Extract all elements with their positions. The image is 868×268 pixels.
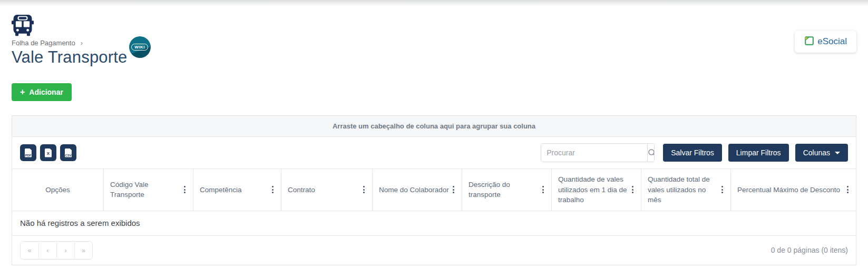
column-header-descricao-do-transporte[interactable]: Descrição do transporte xyxy=(462,169,551,211)
column-header-competencia[interactable]: Competência xyxy=(193,169,281,211)
esocial-icon xyxy=(804,35,815,48)
next-page-button[interactable]: › xyxy=(56,242,74,259)
column-header-nome-do-colaborador[interactable]: Nome do Colaborador xyxy=(372,169,462,211)
add-button-label: Adicionar xyxy=(29,88,63,96)
pdf-file-icon: PDF xyxy=(25,148,32,157)
page-header: Folha de Pagamento › Vale Transporte WIK… xyxy=(0,0,868,67)
column-header-contrato[interactable]: Contrato xyxy=(281,169,372,211)
column-header-qtd-total-vales-mes[interactable]: Quantidade total de vales utilizados no … xyxy=(641,169,730,211)
search-box xyxy=(541,143,655,162)
column-menu-icon[interactable] xyxy=(720,184,724,195)
column-menu-icon[interactable] xyxy=(362,184,366,195)
page-summary: 0 de 0 páginas (0 itens) xyxy=(771,246,848,254)
export-pdf-button[interactable]: PDF xyxy=(20,144,36,161)
breadcrumb-separator-icon: › xyxy=(81,39,83,47)
pagination: « ‹ › » xyxy=(20,241,93,260)
column-menu-icon[interactable] xyxy=(183,184,187,195)
wiki-badge-label: WIKI xyxy=(131,44,148,51)
esocial-label: eSocial xyxy=(817,36,847,47)
column-header-codigo-vale-transporte[interactable]: Código Vale Transporte xyxy=(103,169,193,211)
save-filters-button[interactable]: Salvar Filtros xyxy=(663,144,722,162)
group-drop-hint: Arraste um cabeçalho de coluna aqui para… xyxy=(333,122,535,130)
column-menu-icon[interactable] xyxy=(846,184,850,195)
export-excel-button[interactable]: X xyxy=(40,144,56,161)
column-header-opcoes[interactable]: Opções xyxy=(12,169,103,211)
column-menu-icon[interactable] xyxy=(541,184,545,195)
wiki-badge[interactable]: WIKI xyxy=(129,36,151,58)
column-menu-icon[interactable] xyxy=(452,184,455,195)
clear-filters-button[interactable]: Limpar Filtros xyxy=(728,144,789,162)
search-icon xyxy=(648,148,655,157)
table-header-row: Opções Código Vale Transporte Competênci… xyxy=(12,168,856,211)
last-page-button[interactable]: » xyxy=(74,242,92,259)
export-csv-button[interactable]: CSV xyxy=(60,144,76,161)
column-header-qtd-vales-1-dia[interactable]: Quantidade de vales utilizados em 1 dia … xyxy=(551,169,641,211)
search-submit-button[interactable] xyxy=(647,144,655,162)
vale-transporte-grid: Arraste um cabeçalho de coluna aqui para… xyxy=(12,115,856,265)
page-title: Vale Transporte xyxy=(12,48,128,67)
esocial-button[interactable]: eSocial xyxy=(795,31,856,53)
previous-page-button[interactable]: ‹ xyxy=(38,242,56,259)
search-input[interactable] xyxy=(541,144,647,162)
csv-file-icon: CSV xyxy=(65,148,72,157)
group-drop-zone[interactable]: Arraste um cabeçalho de coluna aqui para… xyxy=(12,116,856,137)
add-button[interactable]: + Adicionar xyxy=(12,83,72,101)
grid-toolbar: PDF X CSV Salvar Filtros xyxy=(12,137,856,168)
empty-state-message: Não há registros a serem exibidos xyxy=(12,211,856,235)
column-menu-icon[interactable] xyxy=(631,184,635,195)
column-menu-icon[interactable] xyxy=(271,184,275,195)
bus-icon xyxy=(12,14,34,37)
first-page-button[interactable]: « xyxy=(21,242,38,259)
columns-dropdown-button[interactable]: Colunas xyxy=(795,144,848,162)
plus-icon: + xyxy=(20,88,25,96)
chevron-down-icon xyxy=(835,152,840,154)
grid-footer: « ‹ › » 0 de 0 páginas (0 itens) xyxy=(12,235,856,265)
column-header-percentual-maximo-desconto[interactable]: Percentual Máximo de Desconto xyxy=(730,169,856,211)
breadcrumb-item-folha-de-pagamento[interactable]: Folha de Pagamento xyxy=(12,39,75,47)
excel-file-icon: X xyxy=(45,148,52,157)
